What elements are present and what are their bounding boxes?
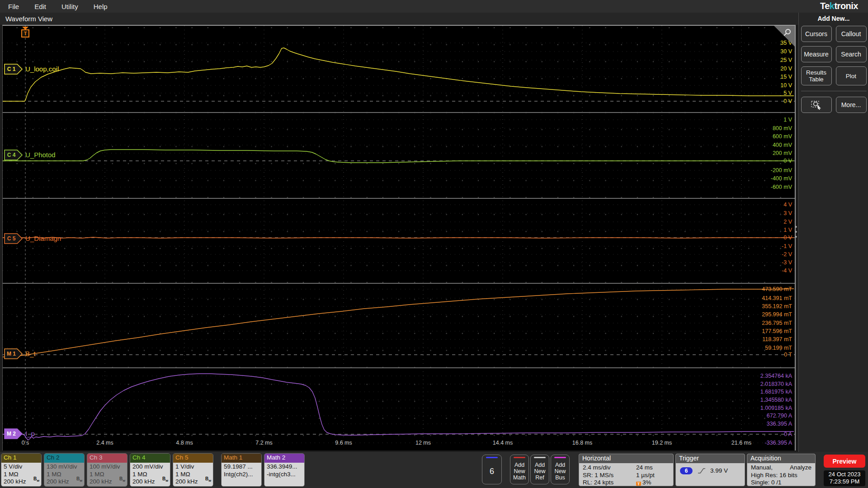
channel-name-m1: B_t xyxy=(25,350,36,357)
scale-label: 800 mV xyxy=(773,125,793,131)
cursors-button[interactable]: Cursors xyxy=(801,26,832,42)
more-button[interactable]: More... xyxy=(836,97,867,113)
horizontal-panel[interactable]: Horizontal 2.4 ms/div 24 ms SR: 1 MS/s 1… xyxy=(579,454,674,486)
time-label: 7:23:59 PM xyxy=(824,478,865,485)
zoom-select-button[interactable] xyxy=(801,97,832,113)
badge-body: 100 mV/div1 MΩ200 kHzBw xyxy=(87,463,127,486)
add-new-bus-label: Add New Bus xyxy=(551,458,569,484)
badge-line: 100 mV/div xyxy=(90,463,127,471)
time-label: 21.6 ms xyxy=(731,440,751,446)
badge-header: Ch 5 xyxy=(173,454,213,463)
menu-file[interactable]: File xyxy=(8,3,19,10)
scale-label: 1 V xyxy=(783,117,792,123)
trace-m1 xyxy=(3,289,794,357)
badge-line: 130 mV/div xyxy=(47,463,84,471)
menu-utility[interactable]: Utility xyxy=(61,3,78,10)
menu-help[interactable]: Help xyxy=(94,3,108,10)
scale-label: 3 V xyxy=(783,210,792,216)
add-new-math-button[interactable]: Add New Math xyxy=(510,455,529,484)
add-new-title: Add New... xyxy=(799,15,868,22)
badge-line: 59.1987 ... xyxy=(224,463,261,471)
plot-button[interactable]: Plot xyxy=(836,66,867,85)
menu-edit[interactable]: Edit xyxy=(34,3,46,10)
scale-label: 30 V xyxy=(780,48,792,55)
badge-ch-1[interactable]: Ch 15 V/div1 MΩ200 kHzBw xyxy=(1,453,42,487)
time-label: 4.8 ms xyxy=(176,440,193,446)
scale-label: 400 mV xyxy=(773,142,793,148)
trigger-panel[interactable]: Trigger 6 3.99 V xyxy=(675,454,745,486)
channel-tag-label: C 4 xyxy=(7,152,16,158)
scale-label: 2 V xyxy=(783,219,792,225)
time-label: 9.6 ms xyxy=(335,440,352,446)
scale-label: 4 V xyxy=(783,202,792,208)
datetime-badge: 24 Oct 2023 7:23:59 PM xyxy=(824,470,865,486)
trace-m2 xyxy=(3,374,794,440)
scale-label: 0 T xyxy=(784,352,792,358)
badge-body: 5 V/div1 MΩ200 kHzBw xyxy=(1,463,41,486)
channel-name-m2: I_p xyxy=(25,430,35,437)
measure-button[interactable]: Measure xyxy=(801,46,832,62)
bandwidth-icon: Bw xyxy=(33,475,39,485)
trigger-title: Trigger xyxy=(676,454,745,463)
scale-label: 0 A xyxy=(784,431,793,437)
callout-button[interactable]: Callout xyxy=(836,26,867,42)
channel-name-c4: U_Photod xyxy=(25,151,56,159)
badge-header: Math 2 xyxy=(264,454,304,463)
badge-math-2[interactable]: Math 2336.3949...-intg(ch3... xyxy=(264,453,305,487)
tektronix-logo: Tektronix xyxy=(820,1,858,11)
badge-ch-4[interactable]: Ch 4200 mV/div1 MΩ200 kHzBw xyxy=(130,453,170,487)
badge-header: Ch 4 xyxy=(130,454,170,463)
acquisition-mode: Manual, xyxy=(751,464,773,472)
scale-label: 2.354764 kA xyxy=(760,373,793,379)
channel-tag-label: C 5 xyxy=(7,235,16,242)
time-label: 14.4 ms xyxy=(493,440,513,446)
results-table-button[interactable]: Results Table xyxy=(801,66,832,85)
scale-label: -1 V xyxy=(782,243,793,249)
channel-tag-label: M 1 xyxy=(7,351,16,357)
badge-ch-3[interactable]: Ch 3100 mV/div1 MΩ200 kHzBw xyxy=(87,453,127,487)
badge-header: Ch 2 xyxy=(44,454,84,463)
scale-label: 355.192 mT xyxy=(762,303,792,310)
badge-line: 1 V/div xyxy=(175,463,213,471)
scale-label: 336.395 A xyxy=(767,421,793,427)
trigger-flag[interactable]: T xyxy=(21,27,30,38)
scale-label: -336.395 A xyxy=(765,440,793,446)
scale-label: 473.590 mT xyxy=(762,286,792,292)
trigger-pin-icon: T xyxy=(636,482,641,486)
scale-label: -3 V xyxy=(782,259,793,266)
scale-label: 1.345580 kA xyxy=(760,397,793,403)
add-new-bus-button[interactable]: Add New Bus xyxy=(551,455,570,484)
time-label: 19.2 ms xyxy=(652,440,672,446)
channel-6-button[interactable]: 6 xyxy=(482,455,502,484)
badge-body: 200 mV/div1 MΩ200 kHzBw xyxy=(130,463,170,486)
scale-label: 10 V xyxy=(780,82,792,89)
channel-name-c5: U_Diamagn xyxy=(25,235,61,242)
scale-label: -4 V xyxy=(782,267,793,274)
badge-body: 59.1987 ...Intg(ch2)... xyxy=(222,463,261,486)
scale-label: -2 V xyxy=(782,251,793,258)
search-button[interactable]: Search xyxy=(836,46,867,62)
scale-label: 236.795 mT xyxy=(762,320,792,326)
badge-line: Intg(ch2)... xyxy=(224,471,261,479)
preview-button[interactable]: Preview xyxy=(824,455,865,468)
badge-body: 336.3949...-intg(ch3... xyxy=(264,463,304,486)
acquisition-panel[interactable]: Acquisition Manual, Analyze High Res: 16… xyxy=(747,454,816,486)
panel-splitter-handle[interactable] xyxy=(795,226,797,238)
scale-label: 200 mV xyxy=(773,150,793,156)
scale-label: 1.009185 kA xyxy=(760,405,793,411)
waveform-plot[interactable]: 35 V30 V25 V20 V15 V10 V5 V0 VC 1U_loop,… xyxy=(2,25,796,450)
badge-ch-5[interactable]: Ch 51 V/div1 MΩ200 kHzBw xyxy=(173,453,213,487)
badge-ch-2[interactable]: Ch 2130 mV/div1 MΩ200 kHzBw xyxy=(44,453,85,487)
trigger-level: 3.99 V xyxy=(710,467,728,475)
trigger-t-icon: T xyxy=(21,29,29,38)
scale-label: 59.199 mT xyxy=(765,345,792,351)
bandwidth-icon: Bw xyxy=(162,475,168,485)
channel-name-c1: U_loop,coil xyxy=(25,65,59,73)
logo-part: k xyxy=(830,1,835,11)
badge-header: Ch 1 xyxy=(1,454,41,463)
tab-waveform-view[interactable]: Waveform View xyxy=(5,15,52,23)
zoom-select-icon xyxy=(811,100,822,110)
bottom-bar: Ch 15 V/div1 MΩ200 kHzBwCh 2130 mV/div1 … xyxy=(0,452,868,488)
add-new-ref-button[interactable]: Add New Ref xyxy=(530,455,549,484)
badge-math-1[interactable]: Math 159.1987 ...Intg(ch2)... xyxy=(221,453,262,487)
